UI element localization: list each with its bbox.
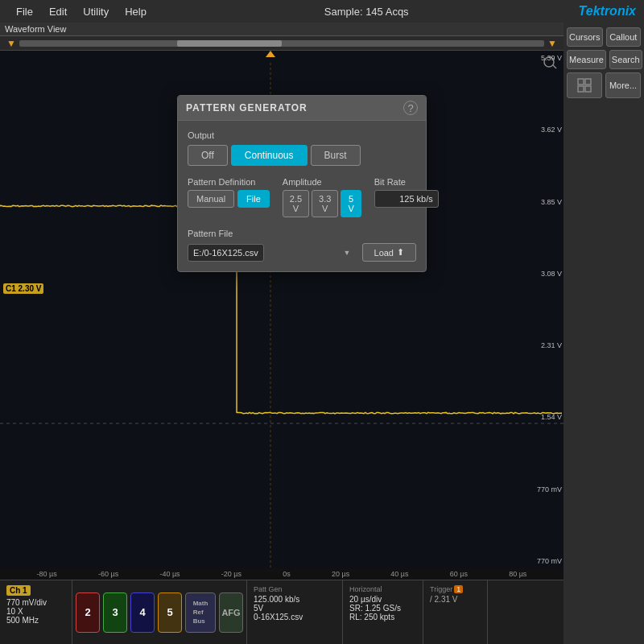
amplitude-section: Amplitude 2.5 V 3.3 V 5 V <box>283 177 361 217</box>
amp-25v-button[interactable]: 2.5 V <box>283 190 309 217</box>
output-continuous-button[interactable]: Continuous <box>231 145 308 166</box>
sample-info: Sample: 145 Acqs <box>155 6 579 18</box>
patt-gen-info[interactable]: Patt Gen 125.000 kb/s 5V 0-16X125.csv <box>246 580 343 644</box>
ch1-voltage-label[interactable]: C1 2.30 V <box>3 283 43 294</box>
dialog-title: PATTERN GENERATOR <box>186 102 308 114</box>
callout-button[interactable]: Callout <box>606 27 641 47</box>
pattern-definition-section: Pattern Definition Manual File <box>188 177 270 217</box>
main-content: Waveform View ▼ ▼ <box>0 23 644 580</box>
patt-gen-rate: 125.000 kb/s <box>254 595 336 604</box>
output-label: Output <box>188 130 416 140</box>
v-marker-7: 770 mV <box>537 485 562 493</box>
menu-bar: File Edit Utility Help Sample: 145 Acqs … <box>0 0 644 23</box>
v-marker-8: 770 mV <box>537 557 562 565</box>
afg-button[interactable]: AFG <box>219 592 243 633</box>
horizontal-info[interactable]: Horizontal 20 µs/div SR: 1.25 GS/s RL: 2… <box>343 580 423 644</box>
amplitude-label: Amplitude <box>283 177 361 187</box>
menu-edit[interactable]: Edit <box>41 4 75 19</box>
amp-5v-button[interactable]: 5 V <box>341 190 361 217</box>
menu-file[interactable]: File <box>8 4 41 19</box>
ch3-button[interactable]: 3 <box>103 592 127 633</box>
def-manual-button[interactable]: Manual <box>188 190 234 208</box>
time-label-5: 0s <box>283 570 291 578</box>
time-label-9: 80 µs <box>509 570 526 578</box>
time-label-6: 20 µs <box>332 570 349 578</box>
horizontal-sr: SR: 1.25 GS/s <box>349 604 416 613</box>
time-label-7: 40 µs <box>390 570 408 578</box>
dialog-help-button[interactable]: ? <box>403 101 418 115</box>
output-off-button[interactable]: Off <box>188 145 228 166</box>
math-ref-bus-button[interactable]: Math Ref Bus <box>185 592 216 633</box>
tektronix-logo: Tektronix <box>579 4 636 19</box>
dialog-body: Output Off Continuous Burst Pattern Defi… <box>178 121 426 271</box>
trigger-info[interactable]: Trigger 1 / 2.31 V <box>423 580 488 644</box>
bit-rate-section: Bit Rate <box>374 177 439 217</box>
search-button[interactable]: Search <box>609 50 642 69</box>
ch1-probe: 10 X <box>6 607 65 616</box>
ch1-scale: 770 mV/div <box>6 598 65 607</box>
file-select[interactable]: E:/0-16X125.csv <box>188 244 264 262</box>
bit-rate-input[interactable] <box>374 190 439 208</box>
svg-rect-2 <box>578 86 584 92</box>
pattern-file-label: Pattern File <box>188 229 416 238</box>
v-marker-2: 3.62 V <box>537 126 562 134</box>
patt-gen-title: Patt Gen <box>254 585 336 593</box>
load-button[interactable]: Load ⬆ <box>362 243 416 262</box>
amp-33v-button[interactable]: 3.3 V <box>312 190 338 217</box>
menu-help[interactable]: Help <box>117 4 155 19</box>
ch5-button[interactable]: 5 <box>158 592 182 633</box>
horizontal-rl: RL: 250 kpts <box>349 613 416 621</box>
def-buttons: Manual File <box>188 190 270 208</box>
voltage-markers: 5.39 V 3.62 V 3.85 V 3.08 V 2.31 V 1.54 … <box>537 51 562 568</box>
ch1-status-label[interactable]: Ch 1 <box>6 585 31 596</box>
ch1-info: Ch 1 770 mV/div 10 X 500 MHz <box>0 580 72 644</box>
patt-gen-voltage: 5V <box>254 604 336 613</box>
ch4-button[interactable]: 4 <box>130 592 155 633</box>
trigger-title-row: Trigger 1 <box>430 585 481 593</box>
trigger-icon: / 2.31 V <box>430 595 481 604</box>
v-marker-3: 3.85 V <box>537 198 562 206</box>
status-bar: Ch 1 770 mV/div 10 X 500 MHz 2 3 4 5 Mat… <box>0 580 644 644</box>
v-marker-5: 2.31 V <box>537 341 562 349</box>
time-label-4: -20 µs <box>221 570 242 578</box>
timeline-marker-top: ▼ <box>6 38 16 49</box>
waveform-area: Waveform View ▼ ▼ <box>0 23 564 580</box>
v-marker-4: 3.08 V <box>537 270 562 278</box>
timeline-bar[interactable]: ▼ ▼ <box>0 36 564 51</box>
scope-canvas: C1 2.30 V 5.39 V 3.62 V 3.85 V 3.08 V 2.… <box>0 51 564 568</box>
time-label-8: 60 µs <box>450 570 468 578</box>
time-label-2: -60 µs <box>98 570 118 578</box>
pattern-def-label: Pattern Definition <box>188 177 270 187</box>
measure-button[interactable]: Measure <box>567 50 606 69</box>
dialog-header: PATTERN GENERATOR ? <box>178 96 426 121</box>
v-marker-1: 5.39 V <box>537 54 562 62</box>
pattern-settings-row: Pattern Definition Manual File Amplitude… <box>188 177 416 217</box>
quick-action-icon-button[interactable] <box>567 72 602 98</box>
channel-buttons: 2 3 4 5 Math Ref Bus AFG <box>72 580 246 644</box>
right-panel: Cursors Callout Measure Search More... <box>564 23 644 580</box>
pattern-file-section: Pattern File E:/0-16X125.csv Load ⬆ <box>188 229 416 262</box>
timeline-marker-bottom: ▼ <box>547 38 557 49</box>
ch1-bandwidth: 500 MHz <box>6 616 65 625</box>
time-label-3: -40 µs <box>159 570 180 578</box>
bit-rate-label: Bit Rate <box>374 177 439 187</box>
cursors-callout-row: Cursors Callout <box>567 27 641 47</box>
quick-action-icon <box>576 77 592 93</box>
svg-rect-3 <box>585 86 591 92</box>
horizontal-title: Horizontal <box>349 585 416 593</box>
load-icon: ⬆ <box>397 247 404 258</box>
time-axis: -80 µs -60 µs -40 µs -20 µs 0s 20 µs 40 … <box>0 568 564 580</box>
more-button[interactable]: More... <box>605 72 641 98</box>
ch2-button[interactable]: 2 <box>76 592 100 633</box>
timeline-scroll[interactable] <box>19 40 544 47</box>
v-marker-6: 1.54 V <box>537 413 562 421</box>
menu-utility[interactable]: Utility <box>75 4 117 19</box>
file-select-wrapper: E:/0-16X125.csv <box>188 244 356 262</box>
def-file-button[interactable]: File <box>237 190 270 208</box>
pattern-generator-dialog: PATTERN GENERATOR ? Output Off Continuou… <box>177 95 427 272</box>
cursors-button[interactable]: Cursors <box>567 27 603 47</box>
file-row: E:/0-16X125.csv Load ⬆ <box>188 243 416 262</box>
output-burst-button[interactable]: Burst <box>311 145 361 166</box>
svg-rect-0 <box>578 79 584 85</box>
output-buttons: Off Continuous Burst <box>188 145 416 166</box>
